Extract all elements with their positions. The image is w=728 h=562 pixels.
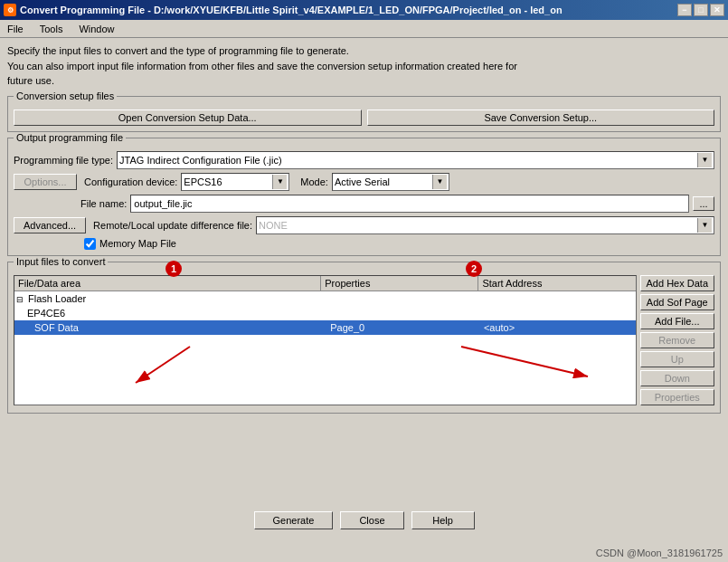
flash-loader-label: Flash Loader xyxy=(28,293,86,304)
memory-map-checkbox[interactable] xyxy=(84,238,96,250)
expand-icon: ⊟ xyxy=(16,295,24,304)
table-row[interactable]: SOF Data Page_0 <auto> xyxy=(14,320,636,335)
conversion-setup-group: Conversion setup files Open Conversion S… xyxy=(7,96,721,132)
file-name-input[interactable]: output_file.jic xyxy=(130,195,689,213)
main-content: Specify the input files to convert and t… xyxy=(0,38,728,424)
title-bar: ⚙ Convert Programming File - D:/work/XYU… xyxy=(0,0,728,20)
window-controls: − □ ✕ xyxy=(677,4,724,16)
mode-value: Active Serial xyxy=(335,176,390,187)
flash-loader-cell: ⊟ Flash Loader xyxy=(16,293,325,304)
conversion-setup-title: Conversion setup files xyxy=(14,90,117,101)
sof-data-label: SOF Data xyxy=(34,322,79,333)
remove-btn[interactable]: Remove xyxy=(640,332,714,348)
table-area: 1 2 File/Data area Properties Start Addr… xyxy=(14,275,714,405)
maximize-button[interactable]: □ xyxy=(694,4,708,16)
advanced-btn[interactable]: Advanced... xyxy=(14,217,86,233)
close-button[interactable]: ✕ xyxy=(710,4,724,16)
save-conversion-btn[interactable]: Save Conversion Setup... xyxy=(367,110,715,126)
desc-line2: You can also import input file informati… xyxy=(7,59,721,74)
open-conversion-btn[interactable]: Open Conversion Setup Data... xyxy=(14,110,362,126)
browse-btn[interactable]: ... xyxy=(693,196,714,211)
window-title: Convert Programming File - D:/work/XYUE/… xyxy=(20,5,563,15)
mode-arrow[interactable]: ▼ xyxy=(432,175,447,189)
output-programming-title: Output programming file xyxy=(14,132,126,143)
down-btn[interactable]: Down xyxy=(640,370,714,386)
config-device-value: EPCS16 xyxy=(184,176,222,187)
mode-label: Mode: xyxy=(300,176,328,187)
options-btn[interactable]: Options... xyxy=(14,174,77,190)
output-programming-group: Output programming file Programming file… xyxy=(7,138,721,256)
side-buttons: Add Hex Data Add Sof Page Add File... Re… xyxy=(640,275,714,405)
col-properties: Properties xyxy=(321,276,478,291)
up-btn[interactable]: Up xyxy=(640,351,714,367)
remote-update-combo[interactable]: NONE ▼ xyxy=(256,216,714,234)
remote-update-label: Remote/Local update difference file: xyxy=(93,220,252,231)
app-icon: ⚙ xyxy=(4,4,16,16)
minimize-button[interactable]: − xyxy=(677,4,692,16)
config-row: Options... Configuration device: EPCS16 … xyxy=(14,173,714,191)
col-start-address: Start Address xyxy=(478,276,635,291)
menu-bar: File Tools Window xyxy=(0,20,728,38)
col-file-data: File/Data area xyxy=(14,276,321,291)
add-hex-btn[interactable]: Add Hex Data xyxy=(640,275,714,291)
file-table: File/Data area Properties Start Address … xyxy=(14,275,637,405)
bottom-bar: Generate Close Help xyxy=(0,506,728,535)
help-btn[interactable]: Help xyxy=(411,511,475,529)
advanced-row: Advanced... Remote/Local update differen… xyxy=(14,216,714,234)
config-device-label: Configuration device: xyxy=(84,176,177,187)
menu-window[interactable]: Window xyxy=(75,23,118,35)
file-type-combo[interactable]: JTAG Indirect Configuration File (.jic) … xyxy=(117,151,714,169)
ep4ce6-cell: EP4CE6 xyxy=(27,308,330,319)
properties-btn[interactable]: Properties xyxy=(640,389,714,405)
remote-update-arrow[interactable]: ▼ xyxy=(697,218,712,233)
remote-update-value: NONE xyxy=(259,220,288,231)
sof-data-addr: <auto> xyxy=(480,321,634,334)
config-device-combo[interactable]: EPCS16 ▼ xyxy=(181,173,289,191)
memory-map-row: Memory Map File xyxy=(84,238,714,250)
sof-data-props: Page_0 xyxy=(326,321,480,334)
table-row[interactable]: ⊟ Flash Loader xyxy=(14,291,636,306)
desc-line1: Specify the input files to convert and t… xyxy=(7,43,721,59)
file-name-label: File name: xyxy=(80,198,127,209)
file-type-value: JTAG Indirect Configuration File (.jic) xyxy=(119,155,282,166)
annotation-1: 1 xyxy=(165,261,182,277)
table-row[interactable]: EP4CE6 xyxy=(14,306,636,320)
file-type-row: Programming file type: JTAG Indirect Con… xyxy=(14,151,714,169)
sof-data-cell: SOF Data xyxy=(34,322,326,333)
file-type-arrow[interactable]: ▼ xyxy=(697,153,712,167)
memory-map-label: Memory Map File xyxy=(99,238,176,249)
watermark: CSDN @Moon_3181961725 xyxy=(596,548,723,558)
close-btn[interactable]: Close xyxy=(340,511,403,529)
menu-file[interactable]: File xyxy=(4,23,27,35)
input-files-group: Input files to convert 1 2 File/Data are… xyxy=(7,262,721,414)
add-sof-btn[interactable]: Add Sof Page xyxy=(640,294,714,310)
desc-line3: future use. xyxy=(7,73,721,89)
mode-combo[interactable]: Active Serial ▼ xyxy=(332,173,449,191)
generate-btn[interactable]: Generate xyxy=(254,511,334,529)
add-file-btn[interactable]: Add File... xyxy=(640,313,714,329)
file-type-label: Programming file type: xyxy=(14,155,113,166)
config-device-arrow[interactable]: ▼ xyxy=(272,175,287,189)
table-header: File/Data area Properties Start Address xyxy=(14,276,636,291)
description: Specify the input files to convert and t… xyxy=(7,43,721,89)
conversion-buttons-row: Open Conversion Setup Data... Save Conve… xyxy=(14,110,714,126)
ep4ce6-label: EP4CE6 xyxy=(27,308,65,319)
menu-tools[interactable]: Tools xyxy=(36,23,67,35)
annotation-2: 2 xyxy=(466,261,482,277)
filename-row: File name: output_file.jic ... xyxy=(14,195,714,213)
input-files-title: Input files to convert xyxy=(14,256,108,267)
